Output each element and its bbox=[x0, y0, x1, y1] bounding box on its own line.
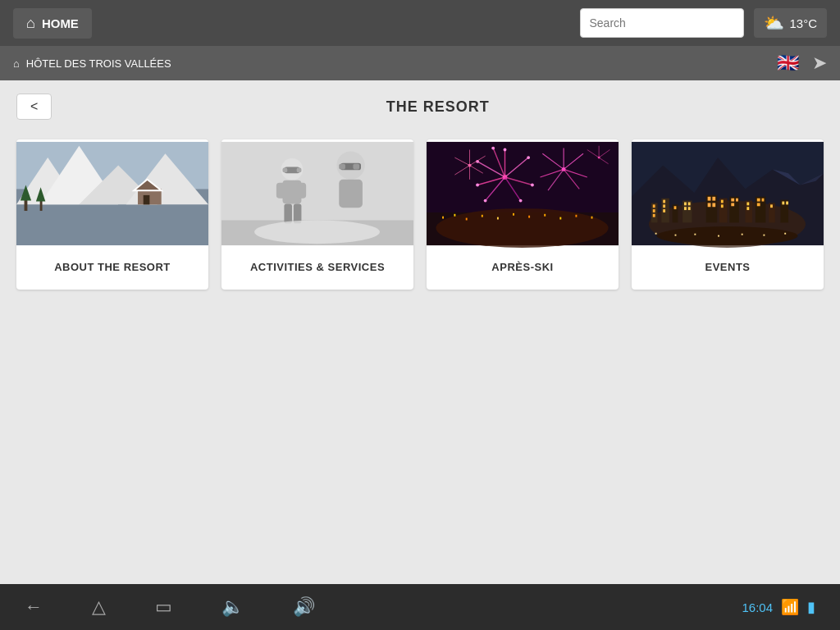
svg-rect-98 bbox=[674, 206, 677, 209]
home-button[interactable]: ⌂ HOME bbox=[13, 8, 92, 39]
card-image-about-resort bbox=[16, 139, 208, 248]
svg-rect-94 bbox=[663, 200, 665, 203]
svg-rect-43 bbox=[528, 216, 530, 218]
clock: 16:04 bbox=[742, 600, 773, 614]
weather-badge: ⛅ 13°C bbox=[754, 8, 827, 38]
svg-rect-120 bbox=[757, 199, 760, 202]
wifi-icon: 📶 bbox=[781, 598, 799, 616]
home-icon: ⌂ bbox=[26, 15, 35, 32]
svg-rect-92 bbox=[653, 214, 655, 217]
svg-rect-108 bbox=[712, 203, 715, 207]
svg-rect-101 bbox=[688, 203, 691, 206]
battery-icon: ▮ bbox=[807, 598, 815, 616]
svg-rect-135 bbox=[784, 233, 786, 235]
svg-point-60 bbox=[519, 199, 523, 203]
back-button[interactable]: < bbox=[16, 94, 52, 120]
svg-rect-99 bbox=[682, 201, 692, 223]
svg-rect-109 bbox=[719, 199, 728, 223]
flag-icon[interactable]: 🇬🇧 bbox=[777, 52, 799, 74]
vol-down-icon[interactable]: 🔈 bbox=[221, 596, 244, 618]
svg-rect-40 bbox=[482, 215, 483, 217]
svg-point-128 bbox=[657, 226, 798, 245]
svg-rect-30 bbox=[353, 164, 359, 170]
svg-rect-39 bbox=[466, 218, 468, 221]
svg-rect-93 bbox=[661, 199, 669, 223]
card-label-about-resort: ABOUT THE RESORT bbox=[16, 248, 208, 290]
page-header: < THE RESORT bbox=[16, 94, 824, 120]
card-image-activities bbox=[221, 139, 413, 248]
svg-rect-25 bbox=[284, 203, 292, 223]
card-activities[interactable]: ACTIVITIES & SERVICES bbox=[221, 139, 413, 290]
vol-up-icon[interactable]: 🔊 bbox=[293, 596, 315, 618]
svg-point-64 bbox=[491, 147, 495, 150]
svg-rect-111 bbox=[721, 204, 724, 208]
svg-point-62 bbox=[476, 184, 479, 187]
breadcrumb-bar: ⌂ HÔTEL DES TROIS VALLÉES 🇬🇧 ➤ bbox=[0, 46, 840, 80]
home-label: HOME bbox=[42, 16, 79, 30]
svg-rect-90 bbox=[653, 204, 655, 208]
recents-nav-icon[interactable]: ▭ bbox=[155, 596, 172, 618]
svg-rect-102 bbox=[684, 207, 687, 210]
svg-rect-133 bbox=[742, 234, 743, 235]
svg-rect-114 bbox=[736, 199, 738, 202]
svg-point-57 bbox=[504, 148, 507, 152]
svg-point-36 bbox=[436, 208, 608, 248]
svg-point-59 bbox=[531, 184, 534, 187]
svg-rect-106 bbox=[712, 197, 715, 201]
svg-rect-115 bbox=[731, 203, 734, 206]
svg-rect-126 bbox=[782, 202, 784, 205]
svg-rect-38 bbox=[454, 214, 455, 217]
svg-rect-29 bbox=[339, 164, 345, 170]
card-events[interactable]: EVENTS bbox=[632, 139, 824, 290]
svg-rect-37 bbox=[442, 217, 444, 219]
top-bar: ⌂ HOME ⛅ 13°C bbox=[0, 0, 840, 46]
svg-rect-26 bbox=[294, 203, 302, 223]
svg-rect-127 bbox=[786, 202, 788, 205]
svg-rect-103 bbox=[688, 207, 691, 210]
svg-rect-131 bbox=[694, 234, 696, 235]
svg-rect-91 bbox=[653, 209, 655, 212]
weather-icon: ⛅ bbox=[764, 13, 784, 33]
breadcrumb-right: 🇬🇧 ➤ bbox=[777, 52, 827, 74]
card-label-activities: ACTIVITIES & SERVICES bbox=[221, 248, 413, 290]
svg-rect-124 bbox=[770, 204, 773, 208]
bottom-bar: ← △ ▭ 🔈 🔊 16:04 📶 ▮ bbox=[0, 584, 840, 630]
cards-grid: ABOUT THE RESORT bbox=[16, 139, 824, 290]
svg-rect-13 bbox=[144, 195, 150, 204]
svg-rect-21 bbox=[297, 167, 302, 172]
svg-point-32 bbox=[254, 220, 380, 244]
svg-rect-118 bbox=[746, 207, 749, 210]
status-right: 16:04 📶 ▮ bbox=[742, 598, 815, 616]
svg-rect-23 bbox=[276, 183, 285, 199]
search-input[interactable] bbox=[580, 8, 744, 38]
svg-rect-122 bbox=[757, 203, 760, 206]
card-label-events: EVENTS bbox=[632, 248, 824, 290]
login-icon[interactable]: ➤ bbox=[812, 52, 827, 74]
svg-point-58 bbox=[527, 156, 530, 159]
svg-rect-20 bbox=[282, 167, 287, 172]
home-nav-icon[interactable]: △ bbox=[92, 596, 106, 618]
svg-rect-95 bbox=[663, 204, 665, 208]
card-about-resort[interactable]: ABOUT THE RESORT bbox=[16, 139, 208, 290]
svg-rect-31 bbox=[339, 180, 363, 208]
svg-rect-107 bbox=[708, 203, 711, 207]
svg-rect-46 bbox=[575, 215, 577, 217]
svg-rect-100 bbox=[684, 203, 687, 206]
svg-rect-134 bbox=[763, 235, 765, 236]
svg-rect-105 bbox=[708, 197, 711, 201]
card-image-events bbox=[632, 139, 824, 248]
svg-rect-119 bbox=[756, 197, 765, 223]
back-nav-icon[interactable]: ← bbox=[25, 596, 43, 618]
top-right: ⛅ 13°C bbox=[580, 8, 827, 38]
card-image-apres-ski bbox=[427, 139, 619, 248]
svg-rect-96 bbox=[663, 209, 665, 212]
card-apres-ski[interactable]: APRÈS-SKI bbox=[427, 139, 619, 290]
svg-rect-129 bbox=[655, 233, 657, 235]
breadcrumb-left: ⌂ HÔTEL DES TROIS VALLÉES bbox=[13, 57, 171, 70]
card-label-apres-ski: APRÈS-SKI bbox=[427, 248, 619, 290]
weather-temp: 13°C bbox=[789, 16, 817, 30]
svg-rect-132 bbox=[718, 235, 719, 237]
svg-rect-130 bbox=[675, 235, 677, 236]
svg-rect-42 bbox=[513, 213, 514, 216]
svg-rect-44 bbox=[544, 214, 546, 217]
